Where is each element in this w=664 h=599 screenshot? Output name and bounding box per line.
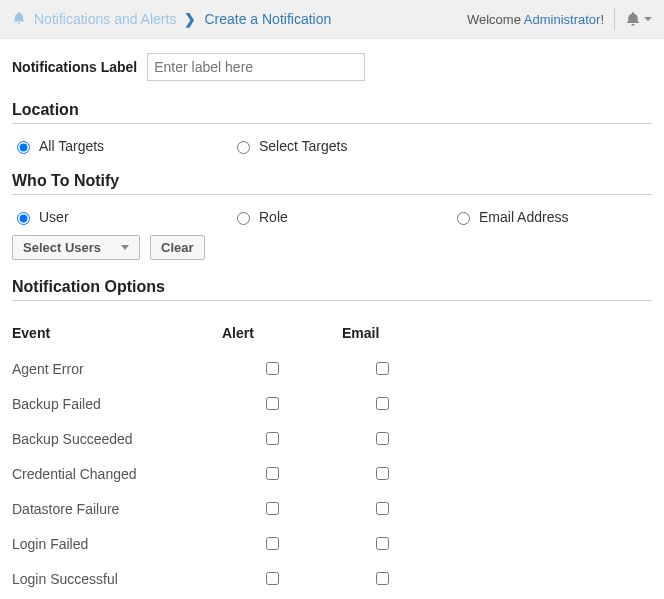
alert-checkbox[interactable] <box>266 397 279 410</box>
location-select-targets[interactable]: Select Targets <box>232 138 442 154</box>
email-checkbox[interactable] <box>376 502 389 515</box>
notifications-label-label: Notifications Label <box>12 59 137 75</box>
breadcrumb-separator: ❯ <box>184 11 196 27</box>
event-name: Login Failed <box>12 526 222 561</box>
alert-cell <box>222 526 342 561</box>
notification-options-table: Event Alert Email Agent ErrorBackup Fail… <box>12 315 652 596</box>
alert-checkbox[interactable] <box>266 502 279 515</box>
event-name: Login Successful <box>12 561 222 596</box>
topbar: Notifications and Alerts ❯ Create a Noti… <box>0 0 664 39</box>
alert-checkbox[interactable] <box>266 432 279 445</box>
location-select-targets-label: Select Targets <box>259 138 347 154</box>
table-row: Login Successful <box>12 561 652 596</box>
chevron-down-icon <box>644 17 652 21</box>
notify-options: User Role Email Address <box>12 209 652 225</box>
alert-checkbox[interactable] <box>266 572 279 585</box>
location-options: All Targets Select Targets <box>12 138 652 154</box>
email-cell <box>342 526 652 561</box>
email-checkbox[interactable] <box>376 537 389 550</box>
table-row: Backup Failed <box>12 386 652 421</box>
event-name: Datastore Failure <box>12 491 222 526</box>
email-cell <box>342 561 652 596</box>
notify-role-label: Role <box>259 209 288 225</box>
divider <box>12 194 652 195</box>
welcome-prefix: Welcome <box>467 12 524 27</box>
email-checkbox[interactable] <box>376 467 389 480</box>
options-heading: Notification Options <box>12 278 652 296</box>
email-checkbox[interactable] <box>376 572 389 585</box>
event-name: Agent Error <box>12 351 222 386</box>
location-all-targets-radio[interactable] <box>17 141 30 154</box>
notify-user-label: User <box>39 209 69 225</box>
notify-email[interactable]: Email Address <box>452 209 568 225</box>
alert-cell <box>222 351 342 386</box>
select-users-button[interactable]: Select Users <box>12 235 140 260</box>
event-name: Backup Failed <box>12 386 222 421</box>
divider <box>12 123 652 124</box>
alert-checkbox[interactable] <box>266 362 279 375</box>
col-event-header: Event <box>12 315 222 351</box>
table-row: Agent Error <box>12 351 652 386</box>
vertical-divider <box>614 8 615 30</box>
divider <box>12 300 652 301</box>
chevron-down-icon <box>121 245 129 250</box>
location-select-targets-radio[interactable] <box>237 141 250 154</box>
table-row: Login Failed <box>12 526 652 561</box>
notifications-label-row: Notifications Label <box>12 53 652 81</box>
alert-cell <box>222 386 342 421</box>
topbar-right: Welcome Administrator! <box>467 8 652 30</box>
notifications-menu[interactable] <box>625 11 652 27</box>
col-alert-header: Alert <box>222 315 342 351</box>
location-heading: Location <box>12 101 652 119</box>
notify-role[interactable]: Role <box>232 209 442 225</box>
clear-button[interactable]: Clear <box>150 235 205 260</box>
content: Notifications Label Location All Targets… <box>0 39 664 596</box>
table-row: Datastore Failure <box>12 491 652 526</box>
notify-user-radio[interactable] <box>17 212 30 225</box>
notify-heading: Who To Notify <box>12 172 652 190</box>
notify-user[interactable]: User <box>12 209 222 225</box>
email-cell <box>342 386 652 421</box>
location-all-targets[interactable]: All Targets <box>12 138 222 154</box>
welcome-suffix: ! <box>600 12 604 27</box>
breadcrumb-root[interactable]: Notifications and Alerts <box>34 11 176 27</box>
breadcrumb-current[interactable]: Create a Notification <box>204 11 331 27</box>
bell-icon <box>625 11 641 27</box>
event-name: Backup Succeeded <box>12 421 222 456</box>
bell-icon <box>12 11 26 28</box>
welcome-text: Welcome Administrator! <box>467 12 604 27</box>
breadcrumb: Notifications and Alerts ❯ Create a Noti… <box>12 11 331 28</box>
col-email-header: Email <box>342 315 652 351</box>
table-row: Credential Changed <box>12 456 652 491</box>
notify-actions: Select Users Clear <box>12 235 652 260</box>
select-users-label: Select Users <box>23 240 101 255</box>
table-row: Backup Succeeded <box>12 421 652 456</box>
event-name: Credential Changed <box>12 456 222 491</box>
alert-checkbox[interactable] <box>266 537 279 550</box>
location-all-targets-label: All Targets <box>39 138 104 154</box>
welcome-user-link[interactable]: Administrator <box>524 12 601 27</box>
email-cell <box>342 351 652 386</box>
email-checkbox[interactable] <box>376 432 389 445</box>
email-cell <box>342 456 652 491</box>
alert-cell <box>222 561 342 596</box>
alert-checkbox[interactable] <box>266 467 279 480</box>
email-cell <box>342 491 652 526</box>
notify-role-radio[interactable] <box>237 212 250 225</box>
alert-cell <box>222 421 342 456</box>
alert-cell <box>222 491 342 526</box>
email-checkbox[interactable] <box>376 397 389 410</box>
notify-email-radio[interactable] <box>457 212 470 225</box>
notifications-label-input[interactable] <box>147 53 365 81</box>
alert-cell <box>222 456 342 491</box>
email-cell <box>342 421 652 456</box>
notify-email-label: Email Address <box>479 209 568 225</box>
email-checkbox[interactable] <box>376 362 389 375</box>
